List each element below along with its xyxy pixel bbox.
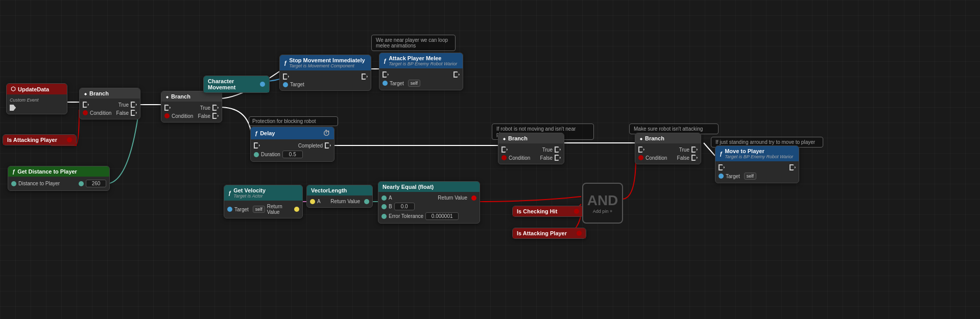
stop-movement-title-block: Stop Movement Immediately Target is Move…	[289, 57, 365, 68]
nearly-equal-header: Nearly Equal (float)	[378, 182, 480, 192]
and-node: AND Add pin +	[582, 183, 623, 224]
and-text: AND	[587, 192, 618, 209]
attack-player-node: ƒ Attack Player Melee Target is BP Enemy…	[379, 53, 463, 90]
rnm-condition-pin	[501, 155, 507, 160]
branch1-condition-pin	[83, 110, 88, 115]
attack-target-row: Target self	[383, 79, 460, 88]
mtp-exec-row	[719, 163, 796, 171]
branch1-true-pin	[131, 102, 137, 108]
vl-a-row: A Return Value	[310, 198, 369, 205]
ne-b-input[interactable]	[394, 203, 415, 210]
branch-ms-header: ⬥ Branch	[635, 133, 701, 143]
branch-ms-title: Branch	[645, 135, 664, 141]
vl-a-pin	[310, 199, 315, 204]
branch-rnm-header: ⬥ Branch	[498, 133, 564, 143]
nearly-equal-title: Nearly Equal (float)	[383, 184, 434, 190]
attack-exec-out	[453, 71, 460, 78]
branch2-false-pin	[212, 113, 219, 119]
stop-target-row: Target	[283, 81, 368, 88]
rnm-condition-row: Condition False	[501, 154, 561, 162]
attack-player-title: Attack Player Melee	[389, 55, 457, 61]
is-attacking2-title: Is Attacking Player	[517, 230, 567, 236]
attack-player-body: Target self	[379, 68, 463, 90]
update-data-header: ⬡ UpdateData	[7, 84, 67, 94]
delay-duration-pin	[254, 152, 259, 157]
mtp-target-value: self	[744, 173, 756, 180]
is-attacking-out-pin	[67, 137, 72, 142]
gv-target-pin	[227, 207, 232, 212]
get-distance-output-row: Distance to Player	[11, 179, 106, 188]
stop-movement-title: Stop Movement Immediately	[289, 57, 365, 63]
is-attacking2-header: Is Attacking Player	[513, 228, 586, 238]
vector-length-title: VectorLength	[311, 187, 347, 193]
attack-player-icon: ƒ	[384, 58, 387, 64]
branch-make-sure-node: ⬥ Branch True Condition False	[635, 133, 701, 164]
is-attacking-title: Is Attacking Player	[7, 137, 57, 143]
branch-rnm-icon: ⬥	[503, 135, 506, 141]
delay-node: ƒ Delay ⏱ Completed Duration	[250, 127, 334, 162]
nearly-equal-body: A Return Value B Error Tolerance	[378, 192, 480, 223]
get-distance-node: ƒ Get Distance to Player Distance to Pla…	[8, 166, 110, 191]
protection-comment: Protection for blocking robot	[249, 116, 338, 126]
get-distance-out-pin	[11, 181, 16, 186]
nearly-equal-node: Nearly Equal (float) A Return Value B Er…	[378, 181, 480, 224]
ms-condition-row: Condition False	[638, 154, 698, 162]
delay-title: Delay	[260, 130, 275, 136]
delay-icon: ƒ	[255, 130, 258, 136]
ne-b-row: B	[381, 202, 476, 211]
stop-exec-out	[362, 73, 368, 80]
update-data-title: UpdateData	[18, 86, 49, 92]
branch-ms-icon: ⬥	[639, 135, 643, 141]
update-data-node: ⬡ UpdateData Custom Event	[6, 83, 67, 114]
delay-duration-input[interactable]	[282, 151, 303, 158]
delay-exec-in	[254, 142, 260, 149]
is-attacking-player2-node: Is Attacking Player	[512, 228, 586, 239]
get-distance-header: ƒ Get Distance to Player	[8, 166, 109, 177]
get-velocity-header: ƒ Get Velocity Target is Actor	[224, 185, 302, 201]
stop-movement-header: ƒ Stop Movement Immediately Target is Mo…	[280, 55, 371, 70]
mtp-exec-out	[790, 164, 796, 170]
ms-exec-row: True	[638, 145, 698, 154]
distance-value-input[interactable]	[86, 180, 106, 187]
branch2-exec-row: True	[164, 104, 219, 112]
get-distance-title: Get Distance to Player	[17, 168, 77, 175]
attack-exec-in	[383, 71, 389, 78]
is-attacking-header: Is Attacking Player	[3, 135, 76, 145]
get-velocity-title-block: Get Velocity Target is Actor	[233, 187, 266, 199]
get-velocity-target-row: Target self Return Value	[227, 203, 299, 216]
mtp-target-row: Target self	[719, 171, 796, 181]
rnm-exec-in	[501, 146, 508, 153]
attack-target-pin	[383, 81, 388, 86]
branch1-false-pin	[131, 110, 137, 116]
and-addpin[interactable]: Add pin +	[593, 209, 612, 214]
delay-body: Completed Duration	[251, 139, 334, 161]
ne-return-pin	[471, 195, 476, 201]
move-to-player-node: ƒ Move to Player Target is BP Enemy Robo…	[715, 145, 799, 183]
is-checking-header: Is Checking Hit	[513, 206, 583, 216]
char-movement-out-pin	[260, 82, 265, 87]
branch1-header: ⬥ Branch	[80, 88, 140, 99]
branch2-header: ⬥ Branch	[161, 91, 222, 102]
branch-ms-body: True Condition False	[635, 143, 701, 164]
is-checking-hit-node: Is Checking Hit	[512, 206, 584, 217]
move-to-player-title: Move to Player	[725, 148, 793, 154]
branch2-true-pin	[212, 105, 219, 111]
rnm-exec-row: True	[501, 145, 561, 154]
stop-exec-in	[283, 73, 289, 80]
ne-tol-input[interactable]	[425, 212, 459, 220]
is-checking-title: Is Checking Hit	[517, 208, 557, 214]
vector-length-node: VectorLength A Return Value	[306, 185, 373, 208]
gv-return-pin	[294, 207, 299, 212]
get-distance-icon: ƒ	[12, 168, 15, 175]
get-velocity-icon: ƒ	[228, 190, 231, 196]
rnm-false-pin	[555, 155, 561, 161]
is-attacking-player-node: Is Attacking Player	[3, 134, 77, 145]
branch2-body: True Condition False	[161, 102, 222, 122]
get-velocity-node: ƒ Get Velocity Target is Actor Target se…	[224, 185, 303, 218]
ms-condition-pin	[638, 155, 643, 160]
near-player-comment: We are near player we can loop melee ani…	[371, 35, 456, 51]
ne-a-pin	[381, 195, 387, 201]
delay-exec-row: Completed	[254, 141, 331, 150]
branch2-node: ⬥ Branch True Condition False	[161, 91, 222, 122]
attack-target-value: self	[408, 80, 420, 87]
